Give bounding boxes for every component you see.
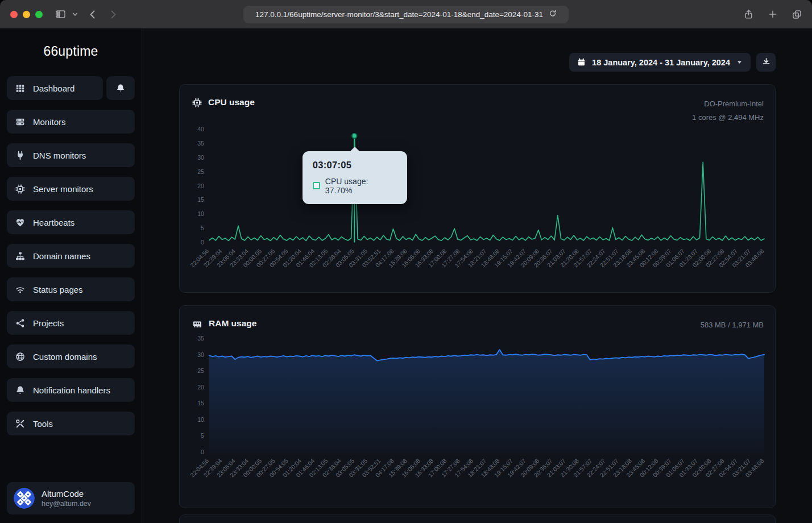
svg-text:15: 15 [197,197,204,203]
series-swatch-icon [313,182,320,189]
sitemap-icon [15,251,25,261]
toolbar: 18 January, 2024 - 31 January, 2024 [569,53,776,72]
ram-usage-chart[interactable]: 0510152025303522:04:5622:39:0423:06:0423… [180,306,775,508]
sidebar-item-dashboard[interactable]: Dashboard [7,76,103,100]
svg-text:40: 40 [197,126,204,132]
close-window-button[interactable] [10,11,18,18]
sidebar-item-label: Monitors [33,117,66,127]
sidebar-item-label: Status pages [33,285,83,294]
notifications-button[interactable] [106,76,135,100]
server-icon [15,117,25,127]
wifi-icon [15,285,25,294]
sidebar-item-server-monitors[interactable]: Server monitors [7,177,135,201]
tooltip-value: CPU usage: 37.70% [325,177,397,195]
tab-overview-icon[interactable] [792,10,802,19]
sidebar-item-status-pages[interactable]: Status pages [7,277,135,301]
heart-pulse-icon [15,218,25,227]
tooltip-time: 03:07:05 [313,160,397,171]
user-card[interactable]: AltumCode hey@altum.dev [7,482,135,514]
sidebar-nav: DashboardMonitorsDNS monitorsServer moni… [7,76,135,435]
sidebar-item-label: Server monitors [33,184,93,194]
sidebar-item-label: Custom domains [33,352,97,362]
svg-text:25: 25 [197,368,204,374]
svg-text:15: 15 [197,400,204,406]
cpu-usage-card: CPU usage DO-Premium-Intel 1 cores @ 2,4… [179,84,776,293]
chevron-down-icon[interactable] [72,11,78,18]
sidebar-item-notification-handlers[interactable]: Notification handlers [7,378,135,402]
calendar-icon [577,58,586,67]
forward-icon[interactable] [110,10,117,19]
svg-text:10: 10 [197,211,204,217]
sidebar-item-label: Heartbeats [33,218,74,227]
avatar [14,488,35,509]
svg-text:5: 5 [201,225,204,231]
export-button[interactable] [756,53,776,72]
traffic-lights [10,11,43,18]
svg-text:20: 20 [197,384,204,391]
date-range-picker[interactable]: 18 January, 2024 - 31 January, 2024 [569,53,751,72]
sidebar-item-domain-names[interactable]: Domain names [7,244,135,268]
user-name: AltumCode [42,489,91,500]
reload-icon[interactable] [549,9,557,19]
user-email: hey@altum.dev [42,500,91,508]
browser-chrome: 127.0.0.1/66uptime/server-monitor/3&star… [0,0,812,28]
sidebar-item-projects[interactable]: Projects [7,311,135,335]
sidebar-item-heartbeats[interactable]: Heartbeats [7,210,135,234]
sidebar-item-label: Tools [33,419,53,429]
partial-card [179,514,776,523]
tools-icon [15,419,25,429]
svg-text:5: 5 [201,433,204,439]
share-icon[interactable] [744,9,753,19]
svg-text:10: 10 [197,417,204,423]
sidebar-item-tools[interactable]: Tools [7,412,135,435]
cpu-usage-chart[interactable]: 051015202530354022:04:5622:39:0423:06:04… [180,85,775,292]
sidebar: 66uptime DashboardMonitorsDNS monitorsSe… [0,28,142,523]
new-tab-icon[interactable] [768,10,777,19]
microchip-icon [15,184,25,194]
date-range-label: 18 January, 2024 - 31 January, 2024 [592,58,730,67]
back-icon[interactable] [89,10,96,19]
svg-text:35: 35 [197,335,204,342]
svg-text:0: 0 [201,449,204,455]
caret-down-icon [736,59,743,65]
svg-text:25: 25 [197,169,204,175]
bell-icon [116,84,125,93]
sidebar-toggle-icon[interactable] [55,10,66,19]
svg-text:35: 35 [197,140,204,147]
url-text: 127.0.0.1/66uptime/server-monitor/3&star… [255,10,543,19]
browser-window: 127.0.0.1/66uptime/server-monitor/3&star… [0,0,812,523]
sidebar-item-label: Dashboard [33,84,74,93]
sidebar-item-label: DNS monitors [33,151,86,160]
ram-usage-card: RAM usage 583 MB / 1,971 MB 051015202530… [179,305,776,508]
share-nodes-icon [15,318,25,328]
address-bar[interactable]: 127.0.0.1/66uptime/server-monitor/3&star… [243,6,569,23]
svg-text:20: 20 [197,183,204,189]
svg-text:0: 0 [201,239,204,246]
sidebar-item-label: Domain names [33,251,90,261]
bell-icon [15,385,25,395]
globe-icon [15,352,25,362]
sidebar-item-custom-domains[interactable]: Custom domains [7,344,135,368]
sidebar-item-dns-monitors[interactable]: DNS monitors [7,143,135,167]
sidebar-item-label: Projects [33,318,64,328]
minimize-window-button[interactable] [23,11,30,18]
main-content: 18 January, 2024 - 31 January, 2024 [142,28,812,523]
table-cells-icon [15,84,25,93]
svg-text:30: 30 [197,155,204,161]
plug-icon [15,151,25,160]
download-icon [762,57,770,68]
chart-tooltip: 03:07:05 CPU usage: 37.70% [303,151,407,204]
sidebar-item-monitors[interactable]: Monitors [7,110,135,134]
sidebar-item-label: Notification handlers [33,385,110,395]
svg-text:30: 30 [197,352,204,358]
zoom-window-button[interactable] [35,11,43,18]
brand-title: 66uptime [7,44,135,59]
